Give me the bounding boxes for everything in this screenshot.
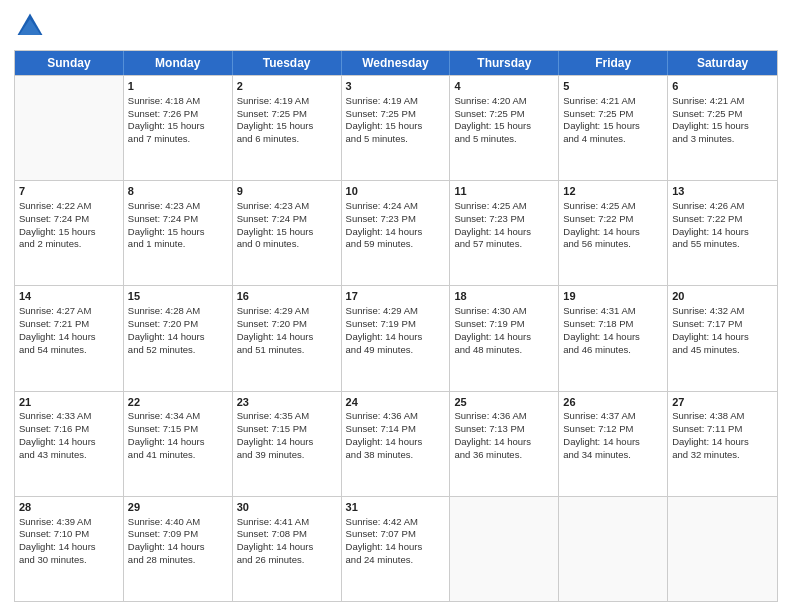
cell-line: and 32 minutes.	[672, 449, 773, 462]
cell-line: and 36 minutes.	[454, 449, 554, 462]
cal-cell-3-7: 20Sunrise: 4:32 AMSunset: 7:17 PMDayligh…	[668, 286, 777, 390]
week-row-4: 21Sunrise: 4:33 AMSunset: 7:16 PMDayligh…	[15, 391, 777, 496]
cal-cell-3-6: 19Sunrise: 4:31 AMSunset: 7:18 PMDayligh…	[559, 286, 668, 390]
cell-line: and 3 minutes.	[672, 133, 773, 146]
cal-cell-5-2: 29Sunrise: 4:40 AMSunset: 7:09 PMDayligh…	[124, 497, 233, 601]
cell-line: Sunset: 7:11 PM	[672, 423, 773, 436]
cell-line: and 2 minutes.	[19, 238, 119, 251]
cell-line: Sunrise: 4:21 AM	[563, 95, 663, 108]
cal-cell-5-1: 28Sunrise: 4:39 AMSunset: 7:10 PMDayligh…	[15, 497, 124, 601]
day-number: 20	[672, 289, 773, 304]
cell-line: Daylight: 15 hours	[128, 226, 228, 239]
cell-line: Sunset: 7:15 PM	[128, 423, 228, 436]
cal-cell-4-3: 23Sunrise: 4:35 AMSunset: 7:15 PMDayligh…	[233, 392, 342, 496]
cell-line: Daylight: 14 hours	[128, 541, 228, 554]
cell-line: Sunrise: 4:26 AM	[672, 200, 773, 213]
cell-line: and 49 minutes.	[346, 344, 446, 357]
cell-line: Sunset: 7:21 PM	[19, 318, 119, 331]
day-number: 28	[19, 500, 119, 515]
cell-line: Daylight: 14 hours	[672, 331, 773, 344]
day-number: 23	[237, 395, 337, 410]
cell-line: Sunrise: 4:35 AM	[237, 410, 337, 423]
cell-line: Sunset: 7:19 PM	[454, 318, 554, 331]
cell-line: Sunrise: 4:20 AM	[454, 95, 554, 108]
day-number: 16	[237, 289, 337, 304]
header-day-saturday: Saturday	[668, 51, 777, 75]
cell-line: Sunset: 7:25 PM	[237, 108, 337, 121]
cell-line: Sunrise: 4:24 AM	[346, 200, 446, 213]
cal-cell-4-7: 27Sunrise: 4:38 AMSunset: 7:11 PMDayligh…	[668, 392, 777, 496]
cal-cell-4-4: 24Sunrise: 4:36 AMSunset: 7:14 PMDayligh…	[342, 392, 451, 496]
cell-line: Sunset: 7:14 PM	[346, 423, 446, 436]
cal-cell-3-3: 16Sunrise: 4:29 AMSunset: 7:20 PMDayligh…	[233, 286, 342, 390]
cell-line: Sunrise: 4:34 AM	[128, 410, 228, 423]
cell-line: Sunset: 7:15 PM	[237, 423, 337, 436]
day-number: 2	[237, 79, 337, 94]
cell-line: Daylight: 15 hours	[128, 120, 228, 133]
cell-line: Sunset: 7:25 PM	[672, 108, 773, 121]
day-number: 18	[454, 289, 554, 304]
cal-cell-1-7: 6Sunrise: 4:21 AMSunset: 7:25 PMDaylight…	[668, 76, 777, 180]
cell-line: Sunrise: 4:29 AM	[237, 305, 337, 318]
cell-line: Sunset: 7:20 PM	[237, 318, 337, 331]
day-number: 27	[672, 395, 773, 410]
cell-line: and 39 minutes.	[237, 449, 337, 462]
cell-line: Sunrise: 4:22 AM	[19, 200, 119, 213]
cell-line: Daylight: 14 hours	[346, 541, 446, 554]
cell-line: Daylight: 15 hours	[672, 120, 773, 133]
cell-line: Daylight: 14 hours	[454, 436, 554, 449]
cell-line: Sunset: 7:24 PM	[237, 213, 337, 226]
cell-line: Daylight: 14 hours	[128, 436, 228, 449]
cal-cell-1-6: 5Sunrise: 4:21 AMSunset: 7:25 PMDaylight…	[559, 76, 668, 180]
cal-cell-2-3: 9Sunrise: 4:23 AMSunset: 7:24 PMDaylight…	[233, 181, 342, 285]
cal-cell-5-5	[450, 497, 559, 601]
cell-line: Daylight: 14 hours	[454, 331, 554, 344]
cell-line: Sunrise: 4:38 AM	[672, 410, 773, 423]
header-day-wednesday: Wednesday	[342, 51, 451, 75]
cell-line: Daylight: 14 hours	[19, 331, 119, 344]
cell-line: and 48 minutes.	[454, 344, 554, 357]
cal-cell-1-1	[15, 76, 124, 180]
cell-line: Daylight: 14 hours	[19, 436, 119, 449]
day-number: 31	[346, 500, 446, 515]
cell-line: and 5 minutes.	[346, 133, 446, 146]
calendar-header: SundayMondayTuesdayWednesdayThursdayFrid…	[15, 51, 777, 75]
cell-line: Sunset: 7:18 PM	[563, 318, 663, 331]
cell-line: Sunrise: 4:39 AM	[19, 516, 119, 529]
cell-line: and 38 minutes.	[346, 449, 446, 462]
cell-line: Sunrise: 4:25 AM	[454, 200, 554, 213]
cell-line: Daylight: 14 hours	[346, 436, 446, 449]
cell-line: Daylight: 14 hours	[237, 436, 337, 449]
day-number: 13	[672, 184, 773, 199]
cal-cell-4-1: 21Sunrise: 4:33 AMSunset: 7:16 PMDayligh…	[15, 392, 124, 496]
header-day-friday: Friday	[559, 51, 668, 75]
day-number: 5	[563, 79, 663, 94]
week-row-5: 28Sunrise: 4:39 AMSunset: 7:10 PMDayligh…	[15, 496, 777, 601]
cal-cell-2-4: 10Sunrise: 4:24 AMSunset: 7:23 PMDayligh…	[342, 181, 451, 285]
day-number: 30	[237, 500, 337, 515]
cell-line: Daylight: 15 hours	[237, 120, 337, 133]
day-number: 7	[19, 184, 119, 199]
cell-line: Daylight: 14 hours	[672, 436, 773, 449]
cell-line: Daylight: 14 hours	[563, 436, 663, 449]
cell-line: Daylight: 14 hours	[346, 331, 446, 344]
cell-line: Sunset: 7:26 PM	[128, 108, 228, 121]
cell-line: Sunrise: 4:36 AM	[346, 410, 446, 423]
cell-line: Daylight: 14 hours	[563, 331, 663, 344]
cell-line: and 1 minute.	[128, 238, 228, 251]
cell-line: Sunrise: 4:42 AM	[346, 516, 446, 529]
day-number: 25	[454, 395, 554, 410]
week-row-2: 7Sunrise: 4:22 AMSunset: 7:24 PMDaylight…	[15, 180, 777, 285]
cell-line: and 41 minutes.	[128, 449, 228, 462]
cell-line: Daylight: 15 hours	[454, 120, 554, 133]
cell-line: Sunrise: 4:19 AM	[237, 95, 337, 108]
cell-line: Daylight: 15 hours	[346, 120, 446, 133]
cal-cell-3-1: 14Sunrise: 4:27 AMSunset: 7:21 PMDayligh…	[15, 286, 124, 390]
cell-line: and 45 minutes.	[672, 344, 773, 357]
calendar: SundayMondayTuesdayWednesdayThursdayFrid…	[14, 50, 778, 602]
cal-cell-3-4: 17Sunrise: 4:29 AMSunset: 7:19 PMDayligh…	[342, 286, 451, 390]
cell-line: Sunset: 7:17 PM	[672, 318, 773, 331]
day-number: 11	[454, 184, 554, 199]
cell-line: Sunrise: 4:37 AM	[563, 410, 663, 423]
logo	[14, 10, 50, 42]
